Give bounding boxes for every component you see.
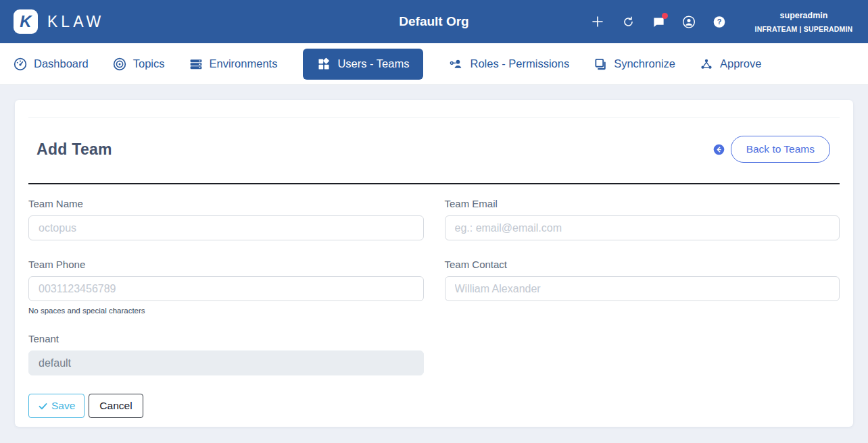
brand[interactable]: K KLAW: [14, 9, 104, 34]
svg-text:?: ?: [717, 18, 722, 26]
tab-label: Topics: [133, 57, 165, 70]
topics-target-icon: [113, 57, 126, 71]
tenant-label: Tenant: [28, 333, 424, 344]
tab-users-teams[interactable]: Users - Teams: [303, 49, 423, 80]
add-team-form: Team Name Team Email Team Phone No space…: [28, 184, 840, 375]
team-phone-input[interactable]: [28, 276, 424, 301]
org-title: Default Org: [399, 14, 468, 29]
cancel-button[interactable]: Cancel: [89, 394, 143, 418]
team-contact-field: Team Contact: [445, 259, 840, 315]
check-icon: [38, 401, 48, 411]
tab-environments[interactable]: Environments: [189, 57, 278, 71]
back-arrow-circle-icon[interactable]: [713, 144, 725, 155]
tab-label: Roles - Permissions: [470, 57, 569, 70]
account-icon[interactable]: [682, 15, 696, 28]
help-icon[interactable]: ?: [713, 15, 726, 28]
tab-synchronize[interactable]: Synchronize: [594, 57, 675, 71]
add-icon[interactable]: [591, 15, 604, 28]
team-contact-input[interactable]: [445, 276, 840, 301]
tab-roles-permissions[interactable]: Roles - Permissions: [449, 57, 569, 71]
approve-hub-icon: [700, 57, 713, 71]
main-content: Add Team Back to Teams Team Name Team Em…: [0, 85, 868, 442]
page-title: Add Team: [37, 140, 112, 159]
team-name-label: Team Name: [28, 198, 424, 209]
save-button[interactable]: Save: [28, 394, 85, 418]
tab-dashboard[interactable]: Dashboard: [14, 57, 89, 71]
tenant-field: Tenant: [28, 333, 424, 375]
synchronize-copy-icon: [594, 57, 607, 71]
team-name-input[interactable]: [28, 215, 424, 240]
team-phone-label: Team Phone: [28, 259, 424, 270]
team-email-label: Team Email: [445, 198, 840, 209]
team-phone-hint: No spaces and special characters: [28, 307, 424, 315]
team-contact-label: Team Contact: [445, 259, 840, 270]
users-teams-widgets-icon: [317, 57, 331, 71]
tab-topics[interactable]: Topics: [113, 57, 165, 71]
tab-label: Synchronize: [614, 57, 675, 70]
save-button-label: Save: [51, 400, 75, 412]
user-block[interactable]: superadmin INFRATEAM | SUPERADMIN: [753, 11, 854, 33]
refresh-icon[interactable]: [621, 15, 635, 28]
app-header: K KLAW Default Org ? superadmin: [0, 0, 868, 43]
user-name: superadmin: [753, 11, 854, 20]
klaw-logo-glyph: K: [20, 14, 31, 30]
team-phone-field: Team Phone No spaces and special charact…: [28, 259, 424, 315]
roles-permissions-icon: [449, 57, 463, 71]
environments-storage-icon: [189, 57, 203, 71]
add-team-card: Add Team Back to Teams Team Name Team Em…: [15, 100, 853, 427]
back-to-teams-button[interactable]: Back to Teams: [731, 136, 830, 163]
team-name-field: Team Name: [28, 198, 424, 240]
klaw-logo-icon: K: [14, 9, 38, 34]
tab-label: Dashboard: [34, 57, 89, 70]
team-email-input[interactable]: [445, 215, 840, 240]
user-team-role: INFRATEAM | SUPERADMIN: [753, 25, 854, 33]
tab-approve[interactable]: Approve: [700, 57, 761, 71]
team-email-field: Team Email: [445, 198, 840, 240]
dashboard-gauge-icon: [14, 57, 27, 71]
brand-name: KLAW: [47, 13, 104, 31]
chat-icon[interactable]: [652, 15, 665, 28]
tab-label: Users - Teams: [337, 57, 409, 70]
tenant-input: [28, 350, 424, 375]
tab-label: Environments: [210, 57, 278, 70]
tab-label: Approve: [720, 57, 761, 70]
notification-dot: [662, 13, 668, 19]
main-nav: Dashboard Topics Environments Users - Te…: [0, 43, 868, 85]
